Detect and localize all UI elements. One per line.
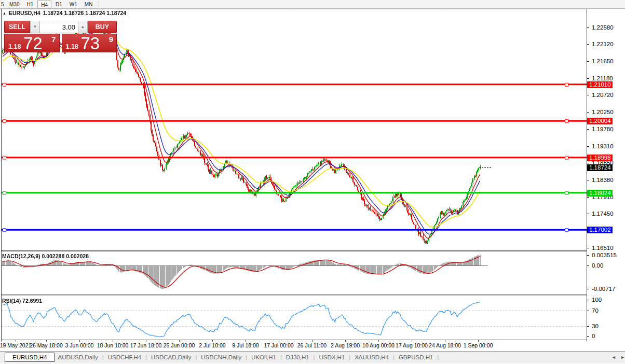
tab-scroll-right-icon[interactable]: ► [620,355,625,360]
tab-separator: | [244,354,248,360]
sell-price-sup: 7 [51,35,56,44]
rsi-scale-label: 0 [587,333,595,340]
symbol-title: EURUSD,H4 [9,10,40,16]
tab-separator: | [144,354,148,360]
price-scale-tick: 1.19780 [587,126,614,133]
sell-button[interactable]: SELL [4,21,30,33]
price-scale-tick: 1.21650 [587,58,614,65]
tab-usdx-h1[interactable]: USDX,H1 [316,353,348,361]
rsi-scale-label: 30 [587,323,599,330]
macd-scale-label: 0.003515 [587,252,617,259]
sell-price-big: 72 [23,34,43,53]
tab-eurusd-h4[interactable]: EURUSD,H4 [5,353,55,362]
hline-price-label: 1.17002 [587,227,613,233]
tab-separator: | [101,354,105,360]
price-scale-tick: 1.20250 [587,109,614,116]
chart-tabs: EURUSD,H4AUDUSD,Daily|USDCHF,H4|USDCAD,D… [0,352,625,362]
tab-separator: | [194,354,198,360]
tab-usdchf-h4[interactable]: USDCHF,H4 [105,353,145,361]
volume-decrease-button[interactable]: ▼ [30,21,40,33]
tab-separator: | [348,354,351,360]
macd-scale-label: 0.00 [587,262,603,269]
collapse-triangle-icon[interactable]: ▲ [3,11,6,15]
tab-scroll-left-icon[interactable]: ◄ [612,355,616,360]
price-scale-tick: 1.17450 [587,211,614,217]
buy-price-panel[interactable]: 1.18 73 9 [62,34,117,52]
timeframe-button-h1[interactable]: H1 [23,1,36,8]
tab-usdcad-daily[interactable]: USDCAD,Daily [148,353,194,361]
macd-indicator-label: MACD(12,26,9) 0.002288 0.002028 [2,253,89,259]
timeframe-button-w1[interactable]: W1 [66,1,80,8]
rsi-indicator-label: RSI(14) 72.6991 [2,298,42,304]
tab-separator: | [312,354,316,360]
price-scale-tick: 1.22120 [587,41,614,48]
price-chart-canvas[interactable] [0,9,587,342]
tab-separator: | [392,354,396,360]
tab-separator: | [279,354,283,360]
tab-usdcnh-daily[interactable]: USDCNH,Daily [198,353,244,361]
toolbar-separator [99,1,99,8]
price-scale-tick: 1.22580 [587,24,614,31]
buy-price-sup: 9 [109,35,113,44]
rsi-scale-label: 70 [587,307,599,314]
buy-price-small: 1.18 [66,43,78,50]
price-scale-tick: 1.20720 [587,92,614,99]
timeframe-button-h4[interactable]: H4 [37,1,51,8]
price-scale[interactable]: 1.225801.221201.216501.211801.207201.202… [587,9,625,342]
timeframe-button-mn[interactable]: MN [81,1,96,8]
price-scale-tick: 1.18380 [587,177,614,184]
macd-scale-label: -0.00717 [587,286,615,292]
tab-audusd-daily[interactable]: AUDUSD,Daily [55,353,101,361]
tab-gbpusd-h1[interactable]: GBPUSD,H1 [396,353,436,361]
hline-price-label: 1.21010 [587,81,613,88]
price-scale-tick: 1.19310 [587,143,614,150]
hline-price-label: 1.20004 [587,118,613,124]
sell-price-small: 1.18 [8,43,21,50]
hline-price-label: 1.18998 [587,155,613,161]
price-scale-tick: 1.16510 [587,245,614,251]
time-axis-label: 1 Sep 00:00 [455,342,501,348]
buy-price-big: 73 [81,34,100,53]
buy-button[interactable]: BUY [88,21,117,33]
hline-price-label: 1.18024 [587,190,613,197]
current-price-label: 1.18724 [587,164,613,171]
sell-price-panel[interactable]: 1.18 72 7 [4,34,60,52]
tab-xauusd-h4[interactable]: XAUUSD,H4 [351,353,392,361]
volume-increase-button[interactable]: ▲ [78,21,88,33]
rsi-scale-label: 100 [587,297,602,303]
timeframe-button-5[interactable]: 5 [0,1,5,8]
timeframe-button-d1[interactable]: D1 [52,1,65,8]
trading-terminal: 5M30H1H4D1W1MN ▲ EURUSD,H4 1.18724 1.187… [0,0,625,364]
chart-symbol-header: ▲ EURUSD,H4 1.18724 1.18726 1.18724 1.18… [3,10,126,16]
time-axis[interactable]: 19 May 202126 May 18:003 Jun 00:0010 Jun… [0,342,587,349]
tab-separator: | [436,354,440,360]
tab-ukoil-h1[interactable]: UKOil,H1 [248,353,279,361]
timeframe-toolbar: 5M30H1H4D1W1MN [0,0,625,9]
timeframe-button-m30[interactable]: M30 [6,1,22,8]
one-click-trading-panel: SELL ▼ ▲ BUY 1.18 72 7 1.18 73 9 [4,21,117,52]
tab-dj30-h1[interactable]: DJ30,H1 [283,353,312,361]
volume-input[interactable] [40,21,78,33]
ohlc-values: 1.18724 1.18726 1.18724 1.18724 [43,10,127,16]
